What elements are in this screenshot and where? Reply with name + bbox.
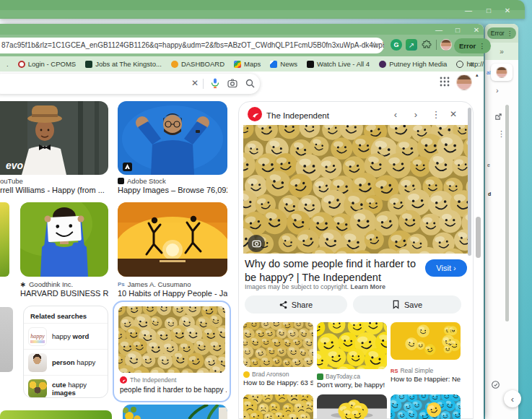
side-scrollbar[interactable] bbox=[505, 105, 509, 321]
dismiss-icon[interactable] bbox=[491, 380, 500, 389]
panel-scrollbar[interactable] bbox=[468, 108, 471, 256]
result-image-goodthink[interactable] bbox=[20, 202, 108, 277]
visit-label: Visit bbox=[436, 264, 451, 272]
bookmark-label: Putney High Media bbox=[389, 60, 447, 68]
chevron-right-icon[interactable]: › bbox=[409, 108, 422, 121]
lens-search-icon[interactable] bbox=[227, 77, 238, 89]
related-search-item[interactable]: cute happy images bbox=[24, 375, 108, 398]
result-image-sunset-jump[interactable] bbox=[118, 202, 227, 277]
panel-thumb-title[interactable]: How to Be Happy: 63 S... bbox=[243, 379, 313, 386]
more-vertical-icon[interactable]: ⋮ bbox=[497, 129, 505, 139]
panel-thumb-title[interactable]: Don't worry, be happy! ... bbox=[317, 381, 387, 389]
background-window-titlebar[interactable]: — □ ✕ bbox=[0, 0, 525, 19]
panel-thumb-source[interactable]: RSReal Simple bbox=[391, 367, 433, 374]
bookmark-label: Watch Live - All 4 bbox=[317, 60, 370, 68]
page-scrollbar[interactable] bbox=[476, 217, 481, 258]
selected-result-card[interactable]: The Independent people find it harder to… bbox=[113, 301, 231, 402]
chevron-right-icon[interactable]: › bbox=[496, 86, 499, 95]
panel-thumb-image[interactable] bbox=[243, 322, 313, 367]
maximize-icon[interactable]: □ bbox=[484, 7, 494, 15]
panel-thumb-title[interactable]: How to Be Happier: Ne... bbox=[391, 375, 461, 383]
minimize-icon[interactable]: — bbox=[463, 7, 474, 15]
close-icon[interactable]: ✕ bbox=[447, 108, 460, 121]
result-image-cropped[interactable] bbox=[0, 202, 9, 277]
clear-search-icon[interactable]: ✕ bbox=[189, 77, 201, 89]
panel-thumb-source[interactable]: BayToday.ca bbox=[317, 373, 360, 380]
save-button[interactable]: Save bbox=[353, 295, 461, 314]
extension-arrow-icon[interactable]: ↗ bbox=[406, 39, 417, 51]
result-image-cropped[interactable] bbox=[0, 307, 13, 372]
avatar bbox=[496, 66, 507, 78]
bookmark-item[interactable]: Jobs at The Kingsto... bbox=[85, 60, 162, 68]
bookmarks-bar: .Login - CPOMSJobs at The Kingsto...DASH… bbox=[0, 56, 484, 72]
related-searches-card: Related searches happyhappy wordperson h… bbox=[23, 306, 108, 398]
result-source[interactable]: ∗Goodthink Inc. bbox=[20, 280, 73, 288]
selected-result-image[interactable] bbox=[118, 306, 225, 373]
bookmark-item[interactable]: Watch Live - All 4 bbox=[307, 60, 370, 68]
bookmark-item[interactable]: Maps bbox=[234, 60, 261, 68]
grammarly-extension-icon[interactable]: G bbox=[391, 39, 402, 51]
copyright-note: Images may be subject to copyright. Lear… bbox=[245, 283, 385, 290]
result-title[interactable]: 10 Habits of Happy People - James A ... bbox=[118, 289, 227, 298]
google-apps-icon[interactable] bbox=[440, 77, 451, 88]
close-icon[interactable]: ✕ bbox=[471, 26, 481, 35]
voice-search-icon[interactable] bbox=[209, 77, 221, 89]
profile-avatar[interactable] bbox=[440, 39, 452, 51]
selected-result-source: The Independent bbox=[120, 376, 176, 384]
related-search-item[interactable]: person happy bbox=[24, 349, 108, 375]
search-divider bbox=[203, 79, 204, 89]
result-source[interactable]: Adobe Stock bbox=[118, 177, 166, 185]
more-vertical-icon[interactable]: ⋮ bbox=[429, 108, 442, 121]
learn-more-link[interactable]: Learn More bbox=[351, 283, 386, 290]
result-image-beach[interactable] bbox=[123, 405, 227, 419]
panel-thumb-image[interactable] bbox=[391, 322, 461, 360]
maximize-icon[interactable]: □ bbox=[453, 26, 463, 35]
related-search-label: person happy bbox=[52, 358, 95, 366]
bookmark-item[interactable]: News bbox=[270, 60, 297, 68]
chevron-left-icon[interactable]: ‹ bbox=[389, 108, 402, 121]
main-browser-window: — □ ✕ 87ac95f1b&rlz=1C1GCEA_enGB1124GB11… bbox=[0, 24, 484, 419]
side-error-label: Error bbox=[491, 30, 505, 37]
lens-overlay-icon[interactable] bbox=[248, 235, 265, 252]
related-search-item[interactable]: happyhappy word bbox=[24, 323, 108, 349]
error-button[interactable]: Error ⋮ bbox=[454, 38, 491, 53]
result-source[interactable]: ouTube bbox=[0, 177, 23, 185]
extensions-puzzle-icon[interactable] bbox=[422, 40, 433, 51]
collapse-panel-button[interactable]: ‹ bbox=[504, 390, 521, 407]
scrollbar-up-icon[interactable]: ▴ bbox=[476, 72, 479, 78]
bookmark-item[interactable]: . bbox=[4, 60, 9, 68]
open-in-new-icon[interactable] bbox=[494, 113, 502, 121]
result-image-adobe-stock[interactable] bbox=[118, 101, 227, 175]
result-source[interactable]: PsJames A. Cusumano bbox=[118, 280, 191, 288]
share-button[interactable]: Share bbox=[245, 295, 347, 314]
side-error-button[interactable]: Error ⋮ bbox=[487, 27, 516, 39]
result-title[interactable]: Happy Images – Browse 76,092,752 ... bbox=[118, 186, 227, 194]
account-avatar[interactable] bbox=[456, 74, 472, 90]
result-image-cropped[interactable] bbox=[0, 410, 112, 419]
bookmark-item[interactable]: DASHBOARD bbox=[171, 60, 224, 68]
result-image-pharrell[interactable]: evo bbox=[0, 101, 108, 175]
result-title[interactable]: HARVARD BUSINESS REVIE… bbox=[20, 289, 108, 298]
result-title[interactable]: rrell Williams - Happy (from ... bbox=[0, 186, 108, 194]
search-icon[interactable] bbox=[244, 77, 256, 89]
panel-thumb-image[interactable] bbox=[243, 394, 313, 419]
panel-thumb-source[interactable]: Brad Aronson bbox=[243, 371, 289, 378]
bookmark-item[interactable]: Login - CPOMS bbox=[18, 60, 77, 68]
panel-thumb-image[interactable] bbox=[317, 322, 387, 369]
close-icon[interactable]: ✕ bbox=[502, 7, 513, 15]
bookmark-item[interactable]: Putney High Media bbox=[379, 60, 447, 68]
panel-source-name[interactable]: The Independent bbox=[266, 111, 329, 120]
related-thumbnail-person bbox=[28, 353, 47, 372]
address-bar[interactable]: 87ac95f1b&rlz=1C1GCEA_enGB1124GB1126&q=h… bbox=[0, 38, 384, 53]
search-input[interactable] bbox=[0, 74, 260, 94]
minimize-icon[interactable]: — bbox=[434, 26, 444, 35]
side-avatar-card[interactable] bbox=[491, 64, 513, 81]
panel-thumb-image[interactable] bbox=[317, 394, 387, 419]
preview-main-image[interactable] bbox=[243, 125, 468, 254]
side-window-toolbar: Error ⋮ bbox=[485, 24, 518, 43]
visit-button[interactable]: Visit › bbox=[425, 259, 467, 277]
svg-text:evo: evo bbox=[6, 160, 24, 171]
bookmarks-overflow-icon[interactable]: » bbox=[469, 56, 474, 72]
panel-thumb-image[interactable] bbox=[391, 394, 461, 419]
bookmark-star-icon[interactable]: ☆ bbox=[369, 40, 380, 50]
